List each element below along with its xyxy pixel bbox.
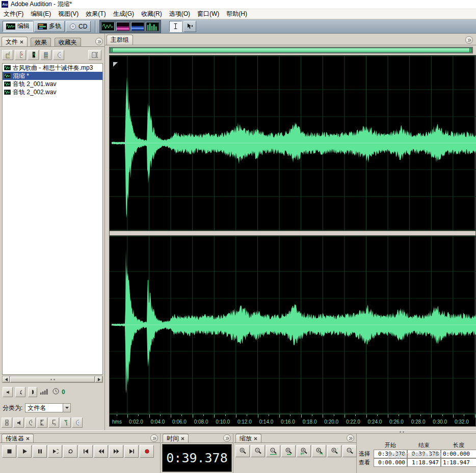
- show-monitor-toggle[interactable]: [48, 418, 59, 428]
- timeline-ruler[interactable]: hms 0:02.00:04.00:06.00:08.00:10.00:12.0…: [110, 414, 475, 426]
- insert-into-multitrack-button[interactable]: [40, 50, 51, 60]
- view-range-bar[interactable]: [109, 47, 473, 53]
- zoom-in-vertical-button[interactable]: [327, 445, 341, 457]
- zoom-out-horizontal-button[interactable]: [251, 445, 265, 457]
- menu-options[interactable]: 选项(O): [166, 9, 194, 19]
- view-length-cell[interactable]: 1:18.947: [441, 458, 476, 467]
- go-to-end-button[interactable]: [124, 445, 139, 458]
- time-display[interactable]: 0:39.378: [162, 444, 232, 472]
- horizontal-splitter[interactable]: [0, 430, 476, 434]
- preview-toolbar: 0: [0, 385, 104, 399]
- rewind-button[interactable]: [94, 445, 108, 458]
- volume-meter-icon[interactable]: [40, 388, 50, 396]
- view-range-thumb[interactable]: [110, 48, 472, 52]
- zoom-selection-left-button[interactable]: [297, 445, 311, 457]
- dropdown-arrow-icon[interactable]: [63, 404, 70, 412]
- zoom-to-selection-button[interactable]: [281, 445, 296, 457]
- close-file-button[interactable]: [15, 50, 26, 60]
- show-video-toggle[interactable]: [37, 418, 47, 428]
- edit-view-button[interactable]: 编辑: [3, 21, 33, 32]
- scroll-thumb[interactable]: [10, 376, 95, 382]
- tab-favorites[interactable]: 收藏夹: [55, 38, 81, 47]
- preview-loop-button[interactable]: [15, 387, 25, 397]
- scroll-right-button[interactable]: [95, 376, 102, 382]
- splitter-grip[interactable]: [400, 431, 404, 433]
- show-cd-toggle[interactable]: [72, 418, 83, 428]
- panel-options-button[interactable]: [88, 50, 101, 60]
- close-icon[interactable]: [181, 437, 184, 440]
- close-icon[interactable]: [254, 437, 257, 440]
- close-icon[interactable]: [20, 40, 23, 44]
- insert-into-cd-button[interactable]: [53, 50, 64, 60]
- preview-speaker-button[interactable]: [3, 387, 13, 397]
- play-to-end-button[interactable]: [48, 445, 62, 458]
- zoom-out-vertical-button[interactable]: [342, 445, 357, 457]
- multitrack-view-button[interactable]: 多轨: [34, 21, 65, 32]
- view-start-cell[interactable]: 0:00.000: [374, 458, 407, 467]
- tab-files[interactable]: 文件: [2, 37, 28, 47]
- file-row[interactable]: 音轨 2_001.wav: [3, 80, 102, 88]
- tab-transport[interactable]: 传送器: [2, 434, 34, 442]
- spectral-frequency-view-button[interactable]: [116, 22, 129, 31]
- main-panel-menu-button[interactable]: [465, 36, 473, 44]
- show-loops-toggle[interactable]: [25, 418, 36, 428]
- sort-by-dropdown[interactable]: 文件名: [25, 403, 71, 412]
- fast-forward-button[interactable]: [109, 445, 123, 458]
- selection-length-cell[interactable]: 0:00.000: [441, 450, 476, 458]
- tab-effects[interactable]: 效果: [31, 38, 51, 47]
- selection-start-cell[interactable]: 0:39.378: [374, 450, 407, 458]
- spectral-phase-view-button[interactable]: [146, 22, 159, 31]
- close-icon[interactable]: [26, 437, 30, 440]
- import-file-button[interactable]: [2, 50, 13, 60]
- panel-menu-button[interactable]: [95, 38, 103, 45]
- menu-effects[interactable]: 效果(T): [82, 9, 109, 19]
- file-row-selected[interactable]: 混缩 *: [3, 72, 102, 80]
- scrub-tool-button[interactable]: [183, 21, 196, 32]
- play-looped-button[interactable]: [63, 445, 77, 458]
- zoom-in-horizontal-button[interactable]: [235, 445, 250, 457]
- menu-generate[interactable]: 生成(G): [110, 9, 138, 19]
- record-button[interactable]: [140, 445, 154, 458]
- time-menu-button[interactable]: [223, 434, 231, 442]
- transport-menu-button[interactable]: [150, 434, 158, 442]
- selection-marker-icon[interactable]: [113, 62, 118, 67]
- menu-window[interactable]: 窗口(W): [194, 9, 223, 19]
- menu-help[interactable]: 帮助(H): [223, 9, 251, 19]
- show-audio-toggle[interactable]: [13, 418, 24, 428]
- time-selection-tool-button[interactable]: [169, 21, 182, 32]
- tab-main-group[interactable]: 主群组: [107, 35, 133, 45]
- spectral-pan-view-button[interactable]: [131, 22, 144, 31]
- stop-button[interactable]: [2, 445, 16, 458]
- channel-divider[interactable]: [110, 231, 475, 236]
- file-list[interactable]: 古风歌曲 - 相思十诫伴奏.mp3 混缩 * 音轨 2_001.wav 音轨 2…: [2, 63, 103, 375]
- menu-edit[interactable]: 编辑(E): [27, 9, 55, 19]
- tab-zoom[interactable]: 缩放: [235, 434, 261, 442]
- edit-file-button[interactable]: [28, 50, 39, 60]
- scroll-left-button[interactable]: [3, 376, 10, 382]
- menu-file[interactable]: 文件(F): [0, 9, 27, 19]
- view-end-cell[interactable]: 1:18.947: [407, 458, 441, 467]
- zoom-selection-right-button[interactable]: [312, 445, 326, 457]
- tab-time[interactable]: 时间: [163, 434, 189, 442]
- range-left-handle[interactable]: [110, 48, 113, 52]
- preview-play-button[interactable]: [28, 387, 37, 397]
- file-list-hscrollbar[interactable]: [2, 376, 103, 383]
- file-row[interactable]: 音轨 2_002.wav: [3, 88, 102, 96]
- zoom-menu-button[interactable]: [347, 434, 354, 442]
- waveform-view-button[interactable]: [101, 22, 115, 31]
- play-button[interactable]: [17, 445, 32, 458]
- selection-end-cell[interactable]: 0:39.378: [407, 450, 441, 458]
- range-right-handle[interactable]: [469, 48, 472, 52]
- cd-view-button[interactable]: CD: [66, 21, 91, 32]
- show-panes-toggle[interactable]: [2, 418, 12, 428]
- zoom-out-full-button[interactable]: [266, 445, 280, 457]
- waveform-display[interactable]: hms 0:02.00:04.00:06.00:08.00:10.00:12.0…: [109, 55, 476, 427]
- filter-toggle[interactable]: [60, 418, 71, 428]
- waveform-channel-left[interactable]: [110, 55, 476, 231]
- file-row[interactable]: 古风歌曲 - 相思十诫伴奏.mp3: [3, 64, 102, 72]
- go-to-start-button[interactable]: [78, 445, 93, 458]
- menu-favorites[interactable]: 收藏(R): [138, 9, 166, 19]
- menu-view[interactable]: 视图(V): [55, 9, 82, 19]
- waveform-channel-right[interactable]: [110, 236, 476, 414]
- pause-button[interactable]: [33, 445, 47, 458]
